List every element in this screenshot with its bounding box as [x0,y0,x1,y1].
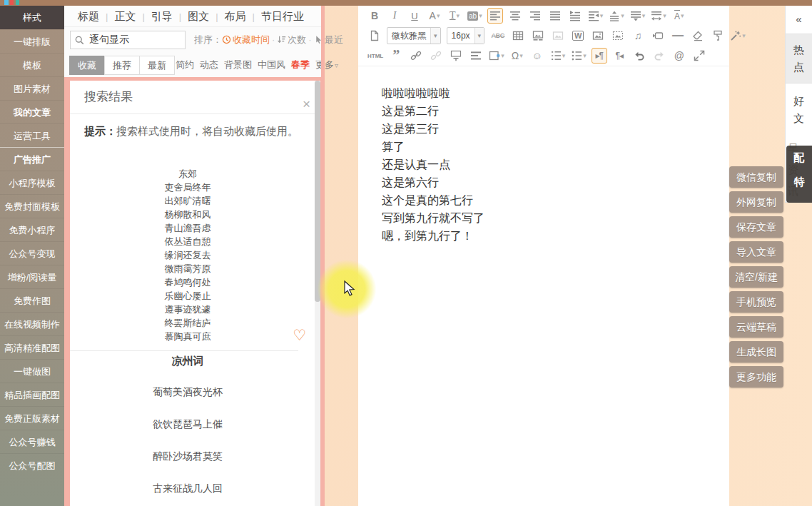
text-style-button[interactable]: T▾ [447,8,462,24]
sidebar-item-9[interactable]: 免费小程序 [0,218,64,241]
link-button[interactable] [408,48,424,64]
sidebar-item-16[interactable]: 精品插画配图 [0,383,64,406]
undo-button[interactable] [631,48,647,64]
search-input[interactable] [88,34,169,46]
action-button-2[interactable]: 保存文章 [729,216,783,238]
poem-line[interactable]: 青山澹吾虑 [70,221,305,235]
align-left-button[interactable] [487,8,503,24]
image-disabled-button[interactable] [550,28,566,44]
image-grid-button[interactable] [530,28,546,44]
poem-line[interactable]: 春鸠鸣何处 [70,275,305,289]
editor-content[interactable]: 啦啦啦啦啦啦这是第二行这是第三行算了还是认真一点这是第六行这个是真的第七行写到第… [358,67,729,506]
para-spacing-button[interactable]: ▾ [608,8,625,24]
sidebar-item-18[interactable]: 公众号赚钱 [0,430,64,453]
sort-option-count[interactable]: 次数 [277,34,306,45]
action-button-1[interactable]: 外网复制 [729,191,783,213]
poem-line[interactable]: 欲饮琵琶马上催 [70,408,305,440]
editor-line[interactable]: 啦啦啦啦啦啦 [382,84,718,102]
sidebar-item-0[interactable]: 样式 [0,6,64,29]
nav-tab-0[interactable]: 标题 [71,10,106,22]
poem-line[interactable]: 出郊旷清曙 [70,194,305,208]
music-button[interactable]: ♫ [630,28,646,44]
new-doc-button[interactable] [367,28,382,44]
format-brush-button[interactable] [710,28,726,44]
container-button[interactable]: ▾ [488,48,505,64]
sidebar-item-14[interactable]: 高清精准配图 [0,335,64,359]
highlight-button[interactable]: ab▾ [467,8,483,24]
sidebar-item-19[interactable]: 公众号配图 [0,453,64,477]
sidebar-item-6[interactable]: 广告推广 [0,147,64,171]
mention-button[interactable]: @ [671,48,687,64]
sidebar-item-1[interactable]: 一键排版 [0,29,64,53]
nav-tab-4[interactable]: 布局 [218,10,253,22]
strikethrough-button[interactable]: ABC [490,28,506,44]
action-button-0[interactable]: 微信复制 [729,166,783,188]
action-button-3[interactable]: 导入文章 [729,241,783,263]
bold-button[interactable]: B [367,8,382,24]
italic-button[interactable]: I [387,8,402,24]
search-box[interactable] [70,31,186,49]
poem-line[interactable]: 葡萄美酒夜光杯 [70,376,305,408]
blockquote-button[interactable]: ” [388,48,404,64]
poem-line[interactable]: 东郊 [70,167,305,181]
word-import-button[interactable]: W [570,28,586,44]
action-button-7[interactable]: 生成长图 [729,341,783,363]
poem-line[interactable]: 微雨霭芳原 [70,262,305,275]
font-family-select[interactable]: 微软雅黑▾ [387,27,441,44]
font-size-select[interactable]: 16px▾ [447,27,485,44]
video-button[interactable] [650,28,666,44]
screenshot-button[interactable] [610,28,626,44]
sidebar-item-7[interactable]: 小程序模板 [0,171,64,194]
editor-line[interactable]: 这是第六行 [382,173,718,191]
indent-back-button[interactable]: ▾ [587,8,604,24]
omega-button[interactable]: Ω▾ [509,48,525,64]
summary-button[interactable] [468,48,484,64]
action-button-5[interactable]: 手机预览 [729,291,783,313]
collapse-rail-button[interactable]: « [786,6,812,33]
poem-line[interactable]: 醉卧沙场君莫笑 [70,440,305,472]
underline-button[interactable]: U [407,8,422,24]
filter-link-3[interactable]: 中国风 [258,59,285,70]
vertical-text-button[interactable]: A▾ [671,8,687,24]
html-button[interactable]: HTML [367,48,384,64]
unlink-button[interactable] [428,48,444,64]
filter-link-0[interactable]: 简约 [176,59,194,70]
editor-line[interactable]: 这是第二行 [382,102,718,120]
scrollbar-thumb[interactable] [315,81,320,302]
sidebar-item-17[interactable]: 免费正版素材 [0,406,64,430]
sidebar-item-4[interactable]: 我的文章 [0,100,64,123]
sidebar-item-8[interactable]: 免费封面模板 [0,194,64,218]
editor-line[interactable]: 算了 [382,138,718,156]
filter-link-2[interactable]: 背景图 [224,59,252,70]
nav-tab-1[interactable]: 正文 [108,10,142,22]
sidebar-item-2[interactable]: 模板 [0,53,64,76]
nav-tab-2[interactable]: 引导 [145,10,179,22]
rail-tab-0[interactable]: 热点 [786,34,812,84]
magic-wand-button[interactable]: ▾ [730,28,746,44]
nav-tab-5[interactable]: 节日行业 [255,10,310,22]
para-rtl-button[interactable]: ¶◂ [611,48,627,64]
editor-line[interactable]: 写到第九行就不写了 [382,209,718,227]
horizontal-rule-button[interactable]: — [670,28,686,44]
letter-spacing-button[interactable]: ▾ [650,8,667,24]
poem-line[interactable]: 古来征战几人回 [70,472,305,505]
align-center-button[interactable] [507,8,523,24]
editor-line[interactable]: 这个是真的第七行 [382,191,718,209]
filter-link-4[interactable]: 春季 [291,59,310,70]
poem-line[interactable]: 缘涧还复去 [70,248,305,262]
editor-line[interactable]: 这是第三行 [382,120,718,138]
sort-option-recent[interactable]: 最近 [314,34,343,45]
poem-line[interactable]: 依丛适自憩 [70,235,305,248]
editor-line[interactable]: 嗯，到第九行了！ [382,227,718,245]
sidebar-item-3[interactable]: 图片素材 [0,76,64,100]
rail-tab-1[interactable]: 好文 [786,86,812,134]
action-button-8[interactable]: 更多功能 [729,366,783,388]
heart-icon[interactable]: ♡ [293,328,306,343]
action-button-4[interactable]: 清空/新建 [729,266,783,288]
image-button[interactable] [590,28,606,44]
filter-tab-0[interactable]: 收藏 [69,56,105,75]
eraser-button[interactable] [690,28,706,44]
poem-line[interactable]: 杨柳散和风 [70,208,305,221]
filter-tab-1[interactable]: 推荐 [104,56,140,75]
poem-line[interactable]: 终罢斯结庐 [70,316,305,330]
